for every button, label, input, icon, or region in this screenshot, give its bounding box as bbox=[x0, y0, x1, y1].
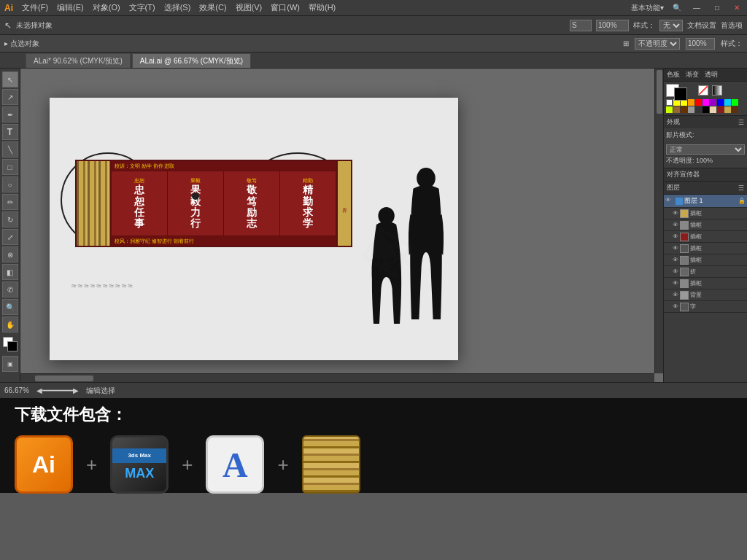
zoom-input[interactable] bbox=[596, 20, 629, 31]
v-scrollbar[interactable] bbox=[654, 69, 663, 373]
background-swatch[interactable] bbox=[674, 88, 687, 101]
canvas-area[interactable]: 千图网 bbox=[20, 69, 663, 382]
opacity-input[interactable] bbox=[686, 38, 715, 50]
tab-transparency[interactable]: 透明 bbox=[702, 69, 721, 81]
layer-item-7[interactable]: 👁 插框 bbox=[664, 278, 747, 289]
swatch-5[interactable] bbox=[695, 99, 702, 106]
blend-mode-select[interactable]: 正常 bbox=[666, 144, 745, 155]
layer-eye-8[interactable]: 👁 bbox=[673, 292, 678, 298]
none-swatch[interactable] bbox=[698, 85, 708, 96]
prefs-btn[interactable]: 首选项 bbox=[721, 20, 743, 31]
layer-item-3[interactable]: 👁 插框 bbox=[664, 231, 747, 243]
blend-tool[interactable]: ⊗ bbox=[2, 246, 18, 262]
tab-2[interactable]: ALai.ai @ 66.67% (CMYK/预览) bbox=[132, 53, 251, 68]
scale-tool[interactable]: ⤢ bbox=[2, 229, 18, 245]
swatch-9[interactable] bbox=[724, 99, 731, 106]
gradient-swatch[interactable] bbox=[712, 85, 722, 96]
swatch-13[interactable] bbox=[681, 106, 687, 113]
menu-select[interactable]: 选择(S) bbox=[164, 2, 191, 13]
brush-tool[interactable]: ✏ bbox=[2, 194, 18, 210]
style-select[interactable]: 无 bbox=[659, 20, 683, 31]
layer-eye-1[interactable]: 👁 bbox=[673, 210, 678, 217]
layer-item-6[interactable]: 👁 折 bbox=[664, 266, 747, 278]
x-coord-input[interactable] bbox=[570, 20, 592, 31]
layer-item-2[interactable]: 👁 插框 bbox=[664, 219, 747, 231]
layer-item-8[interactable]: 👁 背景 bbox=[664, 289, 747, 301]
swatch-4[interactable] bbox=[688, 99, 694, 106]
swatch-14[interactable] bbox=[688, 106, 694, 113]
select-tool-icon[interactable]: ↖ bbox=[4, 20, 12, 31]
layer-item-5[interactable]: 👁 插框 bbox=[664, 254, 747, 266]
col3-char2: 笃 bbox=[247, 196, 257, 207]
ellipse-tool[interactable]: ○ bbox=[2, 176, 18, 192]
swatch-c4[interactable] bbox=[732, 106, 738, 113]
layer-eye-5[interactable]: 👁 bbox=[673, 257, 678, 263]
eyedropper-tool[interactable]: ✆ bbox=[2, 281, 18, 298]
layer-item-4[interactable]: 👁 插框 bbox=[664, 243, 747, 254]
tab-gradient[interactable]: 渐变 bbox=[683, 69, 702, 81]
snap-select[interactable]: 不透明度 bbox=[635, 38, 680, 50]
swatch-c1[interactable] bbox=[710, 106, 716, 113]
layer-eye-2[interactable]: 👁 bbox=[673, 222, 678, 228]
line-tool[interactable]: ╲ bbox=[2, 141, 18, 158]
layer-eye-7[interactable]: 👁 bbox=[673, 280, 678, 287]
swatch-12[interactable] bbox=[673, 106, 680, 113]
menu-bar: Ai 文件(F) 编辑(E) 对象(O) 文字(T) 选择(S) 效果(C) 视… bbox=[0, 0, 747, 16]
swatch-c3[interactable] bbox=[724, 106, 731, 113]
swatch-1[interactable] bbox=[666, 99, 673, 106]
plus-2: + bbox=[169, 454, 206, 476]
gradient-tool[interactable]: ◧ bbox=[2, 264, 18, 280]
h-scrollbar[interactable] bbox=[20, 373, 654, 382]
close-btn[interactable]: ✕ bbox=[731, 4, 743, 12]
color-swatches-area bbox=[664, 82, 747, 116]
layer-item-main[interactable]: 👁 图层 1 🔒 bbox=[664, 195, 747, 208]
search-icon[interactable]: 🔍 bbox=[673, 4, 681, 12]
menu-edit[interactable]: 编辑(E) bbox=[57, 2, 84, 13]
minimize-btn[interactable]: — bbox=[690, 4, 703, 12]
layer-lock-icon[interactable]: 🔒 bbox=[738, 198, 746, 204]
doc-settings-btn[interactable]: 文档设置 bbox=[687, 20, 716, 31]
swatch-16[interactable] bbox=[703, 106, 709, 113]
tab-color[interactable]: 色板 bbox=[664, 69, 683, 81]
swatch-c2[interactable] bbox=[717, 106, 724, 113]
selection-tool[interactable]: ↖ bbox=[2, 71, 18, 88]
type-tool[interactable]: T bbox=[2, 124, 18, 140]
menu-help[interactable]: 帮助(H) bbox=[309, 2, 336, 13]
rect-tool[interactable]: □ bbox=[2, 159, 18, 175]
swatch-7[interactable] bbox=[710, 99, 716, 106]
layers-menu[interactable]: ☰ bbox=[738, 184, 744, 192]
menu-window[interactable]: 窗口(W) bbox=[271, 2, 300, 13]
swatch-11[interactable] bbox=[666, 106, 673, 113]
menu-effect[interactable]: 效果(C) bbox=[199, 2, 226, 13]
content-area: 校训：文明 励学 协作 进取 忠恕 忠 恕 任 事 bbox=[112, 161, 336, 246]
menu-object[interactable]: 对象(O) bbox=[93, 2, 120, 13]
menu-text[interactable]: 文字(T) bbox=[129, 2, 155, 13]
menu-file[interactable]: 文件(F) bbox=[22, 2, 48, 13]
layer-item-9[interactable]: 👁 字 bbox=[664, 301, 747, 313]
layer-eye-6[interactable]: 👁 bbox=[673, 268, 678, 275]
direct-select-tool[interactable]: ↗ bbox=[2, 89, 18, 105]
swatch-10[interactable] bbox=[732, 99, 738, 106]
artboard-tool[interactable]: ▣ bbox=[2, 356, 18, 372]
layer-eye-icon[interactable]: 👁 bbox=[665, 197, 674, 206]
snap-icon[interactable]: ⊞ bbox=[623, 39, 629, 47]
menu-view[interactable]: 视图(V) bbox=[236, 2, 263, 13]
rotate-tool[interactable]: ↻ bbox=[2, 211, 18, 228]
ai-logo-menu: Ai bbox=[4, 3, 13, 13]
v-scroll-thumb[interactable] bbox=[657, 70, 662, 114]
zoom-tool[interactable]: 🔍 bbox=[2, 299, 18, 315]
h-scroll-thumb[interactable] bbox=[35, 376, 93, 381]
swatch-15[interactable] bbox=[695, 106, 702, 113]
pen-tool[interactable]: ✒ bbox=[2, 106, 18, 122]
layer-item-1[interactable]: 👁 插框 bbox=[664, 208, 747, 219]
appearance-menu[interactable]: ☰ bbox=[738, 119, 744, 126]
layer-eye-4[interactable]: 👁 bbox=[673, 245, 678, 252]
swatch-6[interactable] bbox=[703, 99, 709, 106]
tab-1[interactable]: ALai* 90.62% (CMYK/预览) bbox=[26, 53, 131, 68]
layer-eye-3[interactable]: 👁 bbox=[673, 233, 678, 240]
swatch-8[interactable] bbox=[717, 99, 724, 106]
layer-eye-9[interactable]: 👁 bbox=[673, 303, 678, 310]
zoom-slider[interactable]: ◀━━━━━━━▶ bbox=[36, 386, 79, 394]
hand-tool[interactable]: ✋ bbox=[2, 316, 18, 332]
maximize-btn[interactable]: □ bbox=[712, 4, 722, 12]
